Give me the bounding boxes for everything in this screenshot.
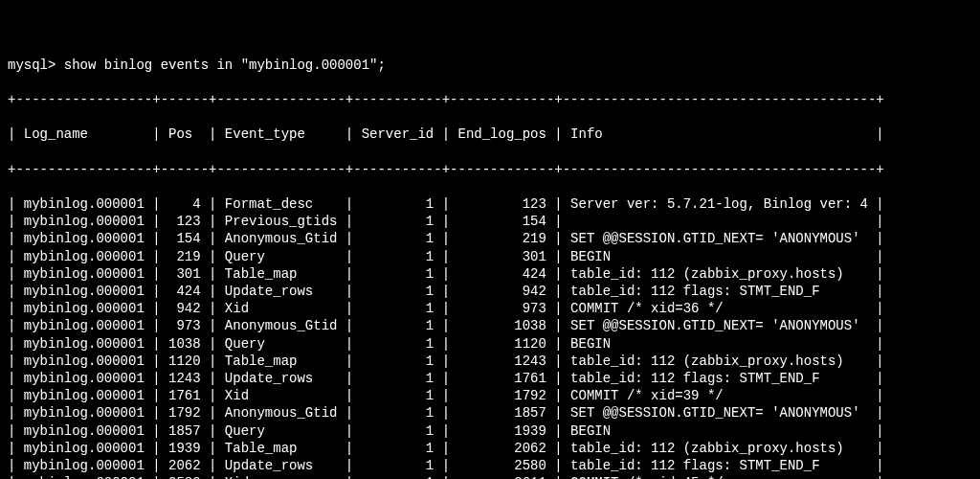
table-row: | mybinlog.000001 | 219 | Query | 1 | 30… [8, 248, 972, 265]
table-row: | mybinlog.000001 | 1939 | Table_map | 1… [8, 440, 972, 457]
table-header: | Log_name | Pos | Event_type | Server_i… [8, 125, 972, 143]
table-row: | mybinlog.000001 | 1038 | Query | 1 | 1… [8, 335, 972, 353]
table-border-mid: +-----------------+------+--------------… [8, 161, 972, 178]
table-row: | mybinlog.000001 | 973 | Anonymous_Gtid… [8, 317, 972, 334]
table-row: | mybinlog.000001 | 4 | Format_desc | 1 … [8, 195, 972, 213]
table-row: | mybinlog.000001 | 1761 | Xid | 1 | 179… [8, 387, 972, 404]
table-row: | mybinlog.000001 | 1792 | Anonymous_Gti… [8, 404, 972, 422]
table-border-top: +-----------------+------+--------------… [8, 91, 972, 108]
table-row: | mybinlog.000001 | 2580 | Xid | 1 | 261… [8, 474, 972, 479]
table-row: | mybinlog.000001 | 154 | Anonymous_Gtid… [8, 230, 972, 247]
table-row: | mybinlog.000001 | 2062 | Update_rows |… [8, 457, 972, 474]
table-body: | mybinlog.000001 | 4 | Format_desc | 1 … [8, 195, 972, 479]
table-row: | mybinlog.000001 | 1243 | Update_rows |… [8, 370, 972, 387]
table-row: | mybinlog.000001 | 1120 | Table_map | 1… [8, 353, 972, 370]
mysql-prompt[interactable]: mysql> show binlog events in "mybinlog.0… [8, 57, 972, 74]
table-row: | mybinlog.000001 | 942 | Xid | 1 | 973 … [8, 300, 972, 317]
table-row: | mybinlog.000001 | 424 | Update_rows | … [8, 283, 972, 300]
table-row: | mybinlog.000001 | 301 | Table_map | 1 … [8, 265, 972, 283]
table-row: | mybinlog.000001 | 123 | Previous_gtids… [8, 213, 972, 230]
table-row: | mybinlog.000001 | 1857 | Query | 1 | 1… [8, 422, 972, 440]
